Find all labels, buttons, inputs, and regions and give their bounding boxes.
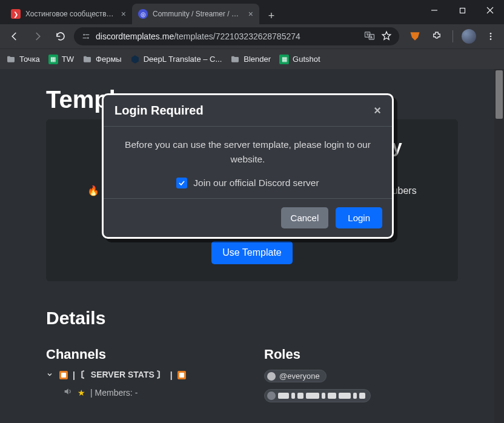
bookmark-item[interactable]: Фермы (82, 55, 122, 64)
bookmark-label: DeepL Translate – C... (144, 55, 222, 64)
close-tab-icon[interactable]: × (248, 9, 253, 19)
bookmark-item[interactable]: DeepL Translate – C... (130, 55, 222, 64)
folder-icon (230, 55, 240, 64)
tab-title: Хостинговое сообщество «Tim (25, 10, 116, 18)
folder-icon (6, 55, 16, 64)
site-settings-icon[interactable] (81, 32, 91, 41)
favicon-icon: ❯ (11, 9, 21, 19)
svg-marker-15 (131, 55, 139, 63)
minimize-button[interactable] (420, 0, 448, 21)
svg-marker-10 (382, 32, 391, 39)
separator (453, 30, 453, 42)
maximize-button[interactable] (448, 0, 476, 21)
svg-point-12 (490, 33, 492, 35)
tab-title: Community / Streamer / Comm (153, 10, 244, 18)
metamask-extension-icon[interactable] (406, 28, 423, 45)
close-window-button[interactable] (476, 0, 504, 21)
window-controls (420, 0, 504, 21)
svg-point-14 (490, 38, 492, 40)
content-viewport: Templates C y 🔥 Tl ubers (0, 69, 504, 423)
bookmark-item[interactable]: Точка (6, 55, 40, 64)
bookmark-item[interactable]: Blender (230, 55, 271, 64)
browser-toolbar: discordtemplates.me/templates/7221032326… (0, 24, 504, 48)
join-discord-checkbox[interactable] (176, 178, 187, 188)
tab-strip: ❯ Хостинговое сообщество «Tim × ◎ Commun… (0, 0, 420, 24)
bookmark-label: Фермы (96, 55, 122, 64)
favicon-icon: ◎ (138, 9, 148, 19)
titlebar: ❯ Хостинговое сообщество «Tim × ◎ Commun… (0, 0, 504, 24)
profile-avatar[interactable] (460, 28, 477, 45)
translate-icon[interactable] (364, 30, 375, 43)
bookmark-label: Gutshot (293, 55, 320, 64)
browser-tab-0[interactable]: ❯ Хостинговое сообщество «Tim × (5, 4, 132, 24)
reload-button[interactable] (51, 27, 70, 46)
close-icon[interactable]: × (374, 104, 381, 118)
extensions-button[interactable] (428, 28, 445, 45)
folder-icon (82, 55, 92, 64)
bookmarks-bar: Точка ▦TW Фермы DeepL Translate – C... B… (0, 48, 504, 69)
svg-marker-11 (411, 32, 420, 40)
close-tab-icon[interactable]: × (121, 9, 126, 19)
new-tab-button[interactable]: + (263, 7, 280, 24)
browser-menu-button[interactable] (482, 28, 499, 45)
svg-rect-5 (85, 35, 90, 35)
forward-button[interactable] (28, 27, 47, 46)
bookmark-item[interactable]: ▦TW (48, 55, 74, 64)
scrollbar-thumb[interactable] (496, 70, 503, 119)
page: Templates C y 🔥 Tl ubers (0, 69, 494, 423)
modal-body-text: Before you can use the server template, … (119, 138, 376, 167)
bookmark-label: TW (62, 55, 74, 64)
sheets-icon: ▦ (279, 55, 289, 64)
cancel-button[interactable]: Cancel (281, 207, 329, 228)
modal-title: Login Required (114, 104, 204, 118)
bookmark-label: Blender (244, 55, 271, 64)
deepl-icon (130, 55, 140, 64)
address-bar[interactable]: discordtemplates.me/templates/7221032326… (74, 27, 399, 45)
extensions-area (403, 28, 499, 45)
bookmark-item[interactable]: ▦Gutshot (279, 55, 320, 64)
svg-point-13 (490, 36, 492, 38)
bookmark-label: Точка (19, 55, 40, 64)
login-required-modal: Login Required × Before you can use the … (102, 93, 394, 239)
svg-point-4 (83, 34, 85, 36)
checkbox-label: Join our official Discord server (193, 178, 319, 188)
url-text: discordtemplates.me/templates/7221032326… (96, 32, 359, 41)
svg-rect-7 (83, 38, 87, 38)
svg-point-6 (87, 37, 89, 39)
login-button[interactable]: Login (336, 207, 382, 228)
svg-rect-1 (460, 8, 465, 13)
sheets-icon: ▦ (48, 55, 58, 64)
bookmark-star-icon[interactable] (381, 30, 392, 43)
back-button[interactable] (5, 27, 24, 46)
browser-tab-1[interactable]: ◎ Community / Streamer / Comm × (132, 4, 259, 24)
scrollbar-track[interactable] (494, 69, 504, 423)
